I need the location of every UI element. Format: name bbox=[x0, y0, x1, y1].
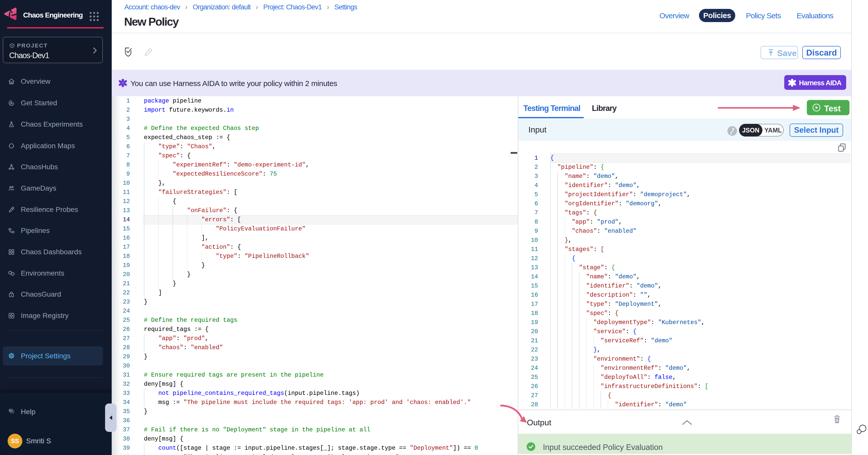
svg-text:?: ? bbox=[10, 409, 11, 412]
